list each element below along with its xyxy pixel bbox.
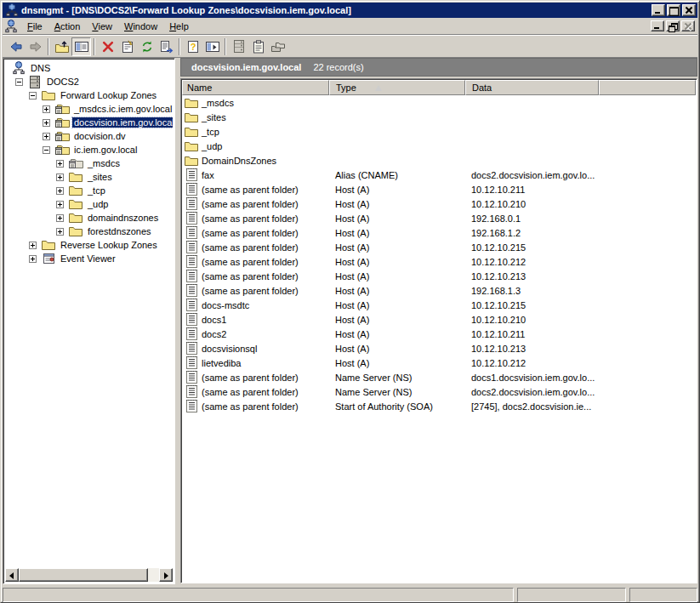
table-row[interactable]: (same as parent folder)Name Server (NS)d… — [182, 370, 696, 384]
show-action-pane-icon[interactable] — [202, 37, 222, 56]
table-row[interactable]: docs1Host (A)10.12.10.210 — [182, 312, 696, 327]
table-row[interactable]: (same as parent folder)Host (A)192.168.0… — [182, 211, 696, 225]
tree-item-docsvision-iem-gov-local[interactable]: docsvision.iem.gov.local — [5, 116, 173, 129]
tree-item-sites[interactable]: _sites — [5, 170, 173, 184]
record-name: docsvisionsql — [202, 344, 257, 354]
tree-item-ic-iem-gov-local[interactable]: ic.iem.gov.local — [5, 143, 173, 156]
tree-item-reverse-lookup-zones[interactable]: Reverse Lookup Zones — [5, 238, 173, 252]
close-button[interactable] — [682, 4, 696, 16]
record-icon — [184, 385, 199, 398]
mdi-close-button[interactable] — [681, 20, 695, 31]
tree-item-udp[interactable]: _udp — [5, 197, 173, 211]
record-data: 10.12.10.211 — [465, 185, 599, 195]
menu-file[interactable]: File — [21, 20, 48, 33]
scroll-left-arrow-icon[interactable] — [5, 568, 19, 582]
refresh-icon[interactable] — [137, 37, 157, 56]
table-row[interactable]: lietvedibaHost (A)10.12.10.212 — [182, 356, 696, 370]
record-data: 10.12.10.210 — [465, 315, 599, 325]
table-row[interactable]: faxAlias (CNAME)docs2.docsvision.iem.gov… — [182, 168, 696, 182]
tree-item-dns[interactable]: DNS — [5, 61, 173, 75]
maximize-button[interactable] — [667, 4, 680, 16]
tree-item-forestdnszones[interactable]: forestdnszones — [5, 225, 173, 238]
tree-item-docvision-dv[interactable]: docvision.dv — [5, 129, 173, 143]
table-row[interactable]: _sites — [182, 110, 696, 124]
minimize-button[interactable] — [652, 4, 665, 16]
menu-view[interactable]: View — [86, 20, 118, 33]
zone-icon — [54, 116, 70, 129]
expand-plus-icon[interactable] — [56, 174, 64, 181]
tree-item-msdcs-ic-iem-gov-local[interactable]: _msdcs.ic.iem.gov.local — [5, 102, 173, 116]
menu-window[interactable]: Window — [118, 20, 163, 33]
tree-item-tcp[interactable]: _tcp — [5, 184, 173, 197]
expand-plus-icon[interactable] — [56, 187, 64, 195]
delete-icon[interactable] — [98, 37, 117, 56]
expand-plus-icon[interactable] — [56, 228, 64, 236]
tree-item-domaindnszones[interactable]: domaindnszones — [5, 211, 173, 225]
column-header-type[interactable]: Type — [329, 80, 465, 95]
scrollbar-thumb[interactable] — [19, 568, 148, 582]
folders-icon[interactable] — [268, 37, 287, 56]
sort-ascending-icon — [375, 85, 382, 91]
table-row[interactable]: (same as parent folder)Name Server (NS)d… — [182, 384, 696, 399]
help-icon[interactable]: ? — [183, 37, 202, 56]
titlebar[interactable]: dnsmgmt - [DNS\DOCS2\Forward Lookup Zone… — [3, 3, 697, 18]
record-name: fax — [202, 170, 214, 180]
expand-plus-icon[interactable] — [56, 201, 64, 208]
table-row[interactable]: docsvisionsqlHost (A)10.12.10.213 — [182, 341, 696, 356]
tree-item-msdcs[interactable]: _msdcs — [5, 156, 173, 170]
table-row[interactable]: (same as parent folder)Host (A)192.168.1… — [182, 283, 696, 298]
collapse-minus-icon[interactable] — [43, 146, 50, 154]
expand-plus-icon[interactable] — [29, 255, 37, 263]
table-row[interactable]: (same as parent folder)Host (A)192.168.1… — [182, 225, 696, 240]
table-row[interactable]: _udp — [182, 139, 696, 153]
collapse-minus-icon[interactable] — [29, 92, 37, 100]
forward-icon[interactable] — [26, 37, 45, 56]
mdi-restore-button[interactable] — [666, 20, 680, 31]
properties-icon[interactable] — [117, 37, 137, 56]
back-icon[interactable] — [6, 37, 26, 56]
table-row[interactable]: (same as parent folder)Host (A)10.12.10.… — [182, 196, 696, 211]
tree-item-event-viewer[interactable]: Event Viewer — [5, 252, 173, 265]
expand-plus-icon[interactable] — [56, 160, 64, 168]
server-icon[interactable] — [229, 37, 248, 56]
table-row[interactable]: (same as parent folder)Host (A)10.12.10.… — [182, 254, 696, 269]
table-row[interactable]: (same as parent folder)Host (A)10.12.10.… — [182, 240, 696, 254]
record-data: docs1.docsvision.iem.gov.lo... — [465, 373, 599, 383]
expand-plus-icon[interactable] — [43, 133, 50, 140]
collapse-minus-icon[interactable] — [15, 78, 23, 86]
table-row[interactable]: docs-msdtcHost (A)10.12.10.215 — [182, 298, 696, 312]
column-header-data[interactable]: Data — [465, 80, 599, 95]
expand-plus-icon[interactable] — [29, 242, 37, 249]
tree-item-forward-lookup-zones[interactable]: Forward Lookup Zones — [5, 88, 173, 102]
column-header-name[interactable]: Name — [182, 80, 329, 95]
table-row[interactable]: (same as parent folder)Start of Authorit… — [182, 399, 696, 413]
record-data: 10.12.10.210 — [465, 199, 599, 209]
table-row[interactable]: DomainDnsZones — [182, 153, 696, 168]
record-type: Host (A) — [329, 242, 465, 253]
expand-plus-icon[interactable] — [43, 105, 50, 113]
tree-item-docs2[interactable]: DOCS2 — [5, 75, 173, 88]
export-list-icon[interactable] — [157, 37, 176, 56]
expand-plus-icon[interactable] — [56, 214, 64, 222]
menu-help[interactable]: Help — [163, 20, 195, 33]
scroll-right-arrow-icon[interactable] — [159, 568, 173, 582]
table-row[interactable]: (same as parent folder)Host (A)10.12.10.… — [182, 182, 696, 196]
toolbar-separator — [225, 38, 226, 55]
table-row[interactable]: _tcp — [182, 124, 696, 139]
record-icon — [184, 241, 199, 253]
record-data: 10.12.10.213 — [465, 344, 599, 354]
expand-plus-icon[interactable] — [43, 119, 50, 127]
clipboard-icon[interactable] — [248, 37, 268, 56]
table-row[interactable]: docs2Host (A)10.12.10.211 — [182, 327, 696, 341]
console-tree-pane: DNSDOCS2Forward Lookup Zones_msdcs.ic.ie… — [3, 58, 175, 584]
tree-item-label: _msdcs — [86, 158, 122, 168]
table-row[interactable]: _msdcs — [182, 95, 696, 110]
mdi-minimize-button[interactable] — [651, 20, 664, 31]
column-header-empty[interactable] — [599, 80, 696, 95]
menu-action[interactable]: Action — [48, 20, 87, 33]
up-one-level-icon[interactable] — [52, 37, 71, 56]
show-hide-console-tree-icon[interactable] — [71, 37, 91, 56]
mdi-system-icon[interactable] — [4, 20, 18, 33]
table-row[interactable]: (same as parent folder)Host (A)10.12.10.… — [182, 269, 696, 283]
tree-horizontal-scrollbar[interactable] — [5, 568, 173, 582]
